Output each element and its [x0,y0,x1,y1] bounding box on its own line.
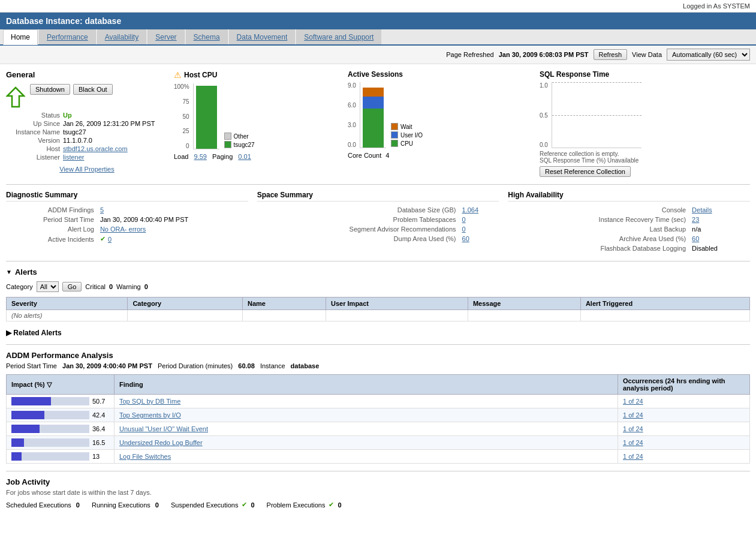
job-activity-title: Job Activity [6,477,750,486]
occurrences-cell: 1 of 24 [618,408,750,422]
addm-period-start-value: Jan 30, 2009 4:00:40 PM PST [62,362,152,369]
db-size-value-link[interactable]: 1.064 [462,206,479,214]
sql-response-title: SQL Response Time [540,70,750,79]
alert-log-value-link[interactable]: No ORA- errors [100,226,146,233]
flashback-label: Flashback Database Logging [509,244,688,253]
svg-marker-0 [7,88,24,107]
bar-chart [193,83,219,149]
logged-in-text: Logged in As SYSTEM [683,2,750,10]
occurrences-cell: 1 of 24 [618,395,750,408]
tab-server[interactable]: Server [147,29,184,44]
reset-reference-collection-button[interactable]: Reset Reference Collection [540,166,631,177]
tab-software-support[interactable]: Software and Support [296,29,381,44]
no-alerts-text: (No alerts) [7,310,128,321]
addm-period-duration-value: 60.08 [238,362,255,369]
table-row: 50.7 Top SQL by DB Time 1 of 24 [7,395,750,408]
tab-performance[interactable]: Performance [39,29,96,44]
finding-link[interactable]: Top SQL by DB Time [119,398,180,405]
finding-link[interactable]: Undersized Redo Log Buffer [119,439,203,446]
space-summary-section: Space Summary Database Size (GB) 1.064 P… [257,191,499,254]
archive-area-value-link[interactable]: 60 [692,235,699,242]
version-label: Version [6,137,60,144]
finding-cell: Undersized Redo Log Buffer [115,436,618,450]
occurrences-link[interactable]: 1 of 24 [623,398,643,405]
tab-data-movement[interactable]: Data Movement [229,29,296,44]
refresh-time: Jan 30, 2009 6:08:03 PM PST [499,51,589,58]
active-incidents-value-link[interactable]: 0 [108,236,112,243]
version-value: 11.1.0.7.0 [63,137,92,144]
occurrences-link[interactable]: 1 of 24 [623,411,643,419]
severity-col-header: Severity [7,297,128,310]
instance-recovery-value-link[interactable]: 23 [692,216,699,223]
refresh-button[interactable]: Refresh [594,49,628,60]
job-activity-section: Job Activity For jobs whose start date i… [6,477,750,509]
dump-area-value-link[interactable]: 60 [462,235,469,242]
console-value-link[interactable]: Details [692,206,712,214]
addm-findings-value-link[interactable]: 5 [100,206,104,214]
addm-table: Impact (%) ▽ Finding Occurrences (24 hrs… [6,374,750,464]
impact-cell: 16.5 [7,436,115,450]
y-axis: 100% 75 50 25 0 [174,83,189,149]
core-count-value: 4 [385,152,389,159]
alerts-header[interactable]: ▼ Alerts [6,268,750,276]
diagnostic-summary-title: Diagnostic Summary [6,191,248,202]
occurrences-link[interactable]: 1 of 24 [623,453,643,460]
load-label: Load [174,153,188,160]
console-label: Console [509,206,688,214]
period-start-value: Jan 30, 2009 4:00:40 PM PST [98,215,247,224]
message-col-header: Message [468,297,580,310]
view-data-select[interactable]: Automatically (60 sec) [667,49,750,61]
page-refreshed-label: Page Refreshed [446,51,494,58]
suspended-check-icon: ✔ [242,501,247,509]
sessions-legend: Wait User I/O CPU [391,123,423,148]
problem-ts-value-link[interactable]: 0 [462,216,466,223]
related-alerts[interactable]: ▶ Related Alerts [6,329,750,337]
tab-home[interactable]: Home [3,29,38,45]
paging-value-link[interactable]: 0.01 [238,153,251,160]
tab-schema[interactable]: Schema [186,29,228,44]
archive-area-label: Archive Area Used (%) [509,235,688,243]
alerts-triangle: ▼ [6,269,12,275]
flashback-value: Disabled [689,244,749,253]
high-availability-title: High Availability [508,191,750,202]
table-row: 16.5 Undersized Redo Log Buffer 1 of 24 [7,436,750,450]
problem-executions: Problem Executions ✔ 0 [267,501,342,509]
shutdown-button[interactable]: Shutdown [30,84,70,95]
impact-value: 16.5 [92,439,105,446]
view-all-properties-link[interactable]: View All Properties [59,166,115,173]
db-size-label: Database Size (GB) [258,206,459,214]
tabs-bar: Home Performance Availability Server Sch… [0,29,756,46]
listener-link[interactable]: listener [63,154,84,161]
category-col-header: Category [128,297,243,310]
diagnostic-summary-section: Diagnostic Summary ADDM Findings 5 Perio… [6,191,248,254]
occurrences-link[interactable]: 1 of 24 [623,425,643,432]
up-since-label: Up Since [6,120,60,127]
occurrences-link[interactable]: 1 of 24 [623,439,643,446]
view-data-label: View Data [632,51,662,58]
host-link[interactable]: stbdf12.us.oracle.com [63,145,128,152]
category-select[interactable]: All [37,281,59,292]
go-button[interactable]: Go [62,282,82,291]
blackout-button[interactable]: Black Out [73,84,113,95]
instance-recovery-label: Instance Recovery Time (sec) [509,215,688,224]
no-alerts-row: (No alerts) [7,310,750,321]
finding-link[interactable]: Log File Switches [119,453,171,460]
dump-area-label: Dump Area Used (%) [258,235,459,243]
tab-availability[interactable]: Availability [97,29,146,44]
finding-link[interactable]: Unusual "User I/O" Wait Event [119,425,208,432]
last-backup-value: n/a [689,225,749,233]
core-count: Core Count 4 [348,152,534,159]
status-value: Up [63,112,72,119]
alerts-title: Alerts [15,268,37,276]
impact-cell: 36.4 [7,422,115,436]
last-backup-label: Last Backup [509,225,688,233]
load-value-link[interactable]: 9.59 [194,153,207,160]
finding-cell: Top SQL by DB Time [115,395,618,408]
listener-label: Listener [6,154,60,161]
active-sessions-title: Active Sessions [348,70,534,79]
addm-period-duration-label: Period Duration (minutes) [158,362,233,369]
finding-cell: Top Segments by I/O [115,408,618,422]
impact-value: 42.4 [92,411,105,419]
finding-link[interactable]: Top Segments by I/O [119,411,181,419]
segment-advisor-value-link[interactable]: 0 [462,226,466,233]
